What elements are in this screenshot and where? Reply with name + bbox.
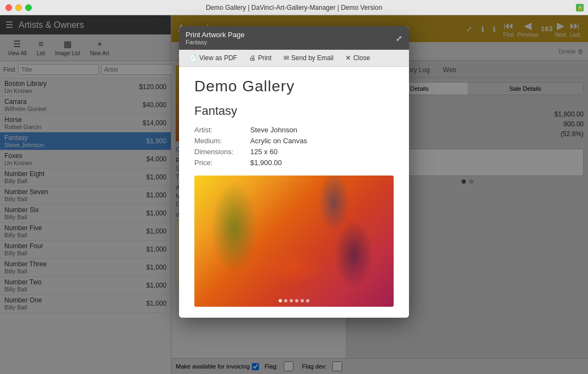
window-title: Demo Gallery | DaVinci-Art-Gallery-Manag… — [206, 4, 382, 11]
send-email-label: Send by Email — [291, 54, 333, 62]
lock-icon: 🔒 — [576, 4, 584, 11]
modal-price-value: $1,900.00 — [250, 159, 282, 167]
modal-image-dots — [279, 299, 309, 302]
modal-overlay: Print Artwork Page Fantasy ⤢ 📄 View as P… — [0, 15, 588, 374]
img-dot-1 — [279, 299, 282, 302]
titlebar: Demo Gallery | DaVinci-Art-Gallery-Manag… — [0, 0, 588, 15]
modal-artwork-image — [194, 176, 394, 307]
print-icon: 🖨 — [249, 54, 256, 62]
modal-title-line2: Fantasy — [186, 39, 245, 45]
modal-toolbar: 📄 View as PDF 🖨 Print ✉ Send by Email ✕ … — [179, 50, 409, 67]
img-dot-6 — [306, 299, 309, 302]
close-modal-button[interactable]: ✕ Close — [340, 52, 376, 64]
pdf-icon: 📄 — [189, 54, 197, 62]
modal-price-label: Price: — [194, 159, 244, 167]
modal-gallery-name: Demo Gallery — [194, 78, 394, 95]
modal-dimensions-label: Dimensions: — [194, 148, 244, 156]
modal-expand-button[interactable]: ⤢ — [396, 34, 402, 43]
modal-title: Print Artwork Page Fantasy — [186, 31, 245, 45]
view-as-pdf-button[interactable]: 📄 View as PDF — [183, 52, 243, 64]
modal-artist-label: Artist: — [194, 126, 244, 134]
print-button[interactable]: 🖨 Print — [244, 52, 277, 64]
print-label: Print — [258, 54, 272, 62]
close-window-button[interactable] — [5, 4, 12, 11]
window-controls — [5, 4, 32, 11]
modal-artwork-title: Fantasy — [194, 104, 394, 118]
email-icon: ✉ — [284, 54, 289, 62]
minimize-window-button[interactable] — [15, 4, 22, 11]
img-dot-4 — [295, 299, 298, 302]
modal-title-line1: Print Artwork Page — [186, 31, 245, 39]
modal-dimensions-value: 125 x 60 — [250, 148, 278, 156]
img-dot-3 — [290, 299, 293, 302]
modal-content: Demo Gallery Fantasy Artist: Steve Johns… — [179, 67, 409, 318]
modal-info-table: Artist: Steve Johnson Medium: Acrylic on… — [194, 126, 394, 167]
send-email-button[interactable]: ✉ Send by Email — [278, 52, 339, 64]
view-as-pdf-label: View as PDF — [199, 54, 237, 62]
close-label: Close — [353, 54, 370, 62]
img-dot-5 — [301, 299, 304, 302]
img-dot-2 — [284, 299, 287, 302]
modal-price-row: Price: $1,900.00 — [194, 159, 394, 167]
modal-dimensions-row: Dimensions: 125 x 60 — [194, 148, 394, 156]
modal-medium-label: Medium: — [194, 137, 244, 145]
print-artwork-modal: Print Artwork Page Fantasy ⤢ 📄 View as P… — [179, 26, 409, 318]
modal-medium-value: Acrylic on Canvas — [250, 137, 307, 145]
modal-medium-row: Medium: Acrylic on Canvas — [194, 137, 394, 145]
maximize-window-button[interactable] — [25, 4, 32, 11]
close-icon: ✕ — [345, 54, 351, 62]
modal-titlebar: Print Artwork Page Fantasy ⤢ — [179, 26, 409, 50]
modal-artist-value: Steve Johnson — [250, 126, 297, 134]
modal-artist-row: Artist: Steve Johnson — [194, 126, 394, 134]
